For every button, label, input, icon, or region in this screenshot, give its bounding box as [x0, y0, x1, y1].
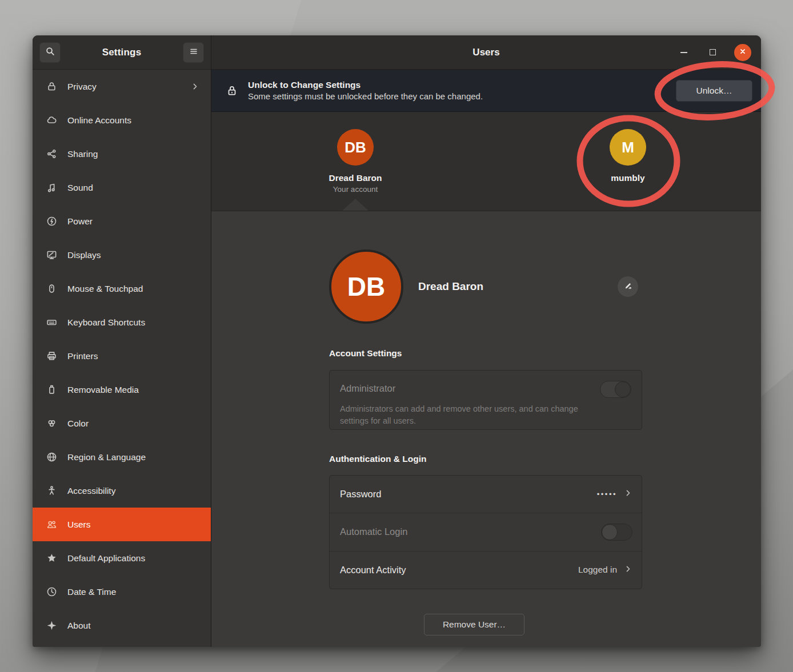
sidebar-item-privacy[interactable]: Privacy: [33, 70, 211, 103]
user-subtitle: Your account: [333, 185, 378, 194]
lock-icon: [46, 81, 58, 92]
sidebar-item-label: Privacy: [67, 82, 191, 92]
banner-title: Unlock to Change Settings: [248, 80, 483, 90]
profile-avatar[interactable]: DB: [329, 250, 403, 324]
star-icon: [46, 552, 58, 564]
sidebar-item-label: Sound: [67, 183, 199, 193]
menu-button[interactable]: [183, 42, 204, 63]
settings-window: Settings PrivacyOnline AccountsSharingSo…: [33, 35, 761, 647]
chevron-right-icon: [191, 82, 199, 91]
sidebar-item-label: Color: [67, 419, 199, 429]
users-icon: [46, 518, 58, 530]
rename-button[interactable]: [617, 276, 639, 297]
sidebar-item-label: Keyboard Shortcuts: [67, 317, 199, 328]
printer-icon: [46, 350, 58, 362]
maximize-button[interactable]: [706, 46, 719, 59]
sidebar-item-power[interactable]: Power: [33, 204, 211, 238]
sidebar-item-label: Date & Time: [67, 587, 199, 597]
auth-row-account-activity[interactable]: Account ActivityLogged in: [330, 551, 642, 589]
main-panel: Users: [211, 35, 761, 647]
sidebar-item-keyboard-shortcuts[interactable]: Keyboard Shortcuts: [33, 305, 211, 339]
globe-icon: [46, 451, 58, 463]
sidebar-item-mouse-touchpad[interactable]: Mouse & Touchpad: [33, 272, 211, 305]
automatic-login-toggle[interactable]: [601, 524, 632, 541]
administrator-row: Administrator: [340, 381, 631, 398]
keyboard-icon: [46, 316, 58, 328]
remove-user-button[interactable]: Remove User…: [424, 614, 524, 635]
sidebar-item-label: Users: [67, 520, 199, 530]
sidebar-title: Settings: [61, 47, 183, 58]
sidebar-item-label: Displays: [67, 250, 199, 260]
avatar: DB: [337, 129, 374, 166]
user-name: mumbly: [611, 173, 644, 183]
titlebar: Users: [211, 35, 761, 70]
selected-user-pointer: [342, 199, 369, 211]
administrator-label: Administrator: [340, 383, 395, 394]
search-button[interactable]: [39, 42, 61, 63]
row-value: Logged in: [578, 565, 617, 575]
display-icon: [46, 249, 58, 261]
sidebar-item-label: Removable Media: [67, 385, 199, 395]
close-icon: [739, 47, 747, 58]
mouse-icon: [46, 283, 58, 295]
carousel-user-mumbly[interactable]: M mumbly: [576, 129, 679, 183]
sidebar-item-sharing[interactable]: Sharing: [33, 137, 211, 171]
clock-icon: [46, 586, 58, 598]
banner-text: Unlock to Change Settings Some settings …: [248, 80, 483, 101]
unlock-banner: Unlock to Change Settings Some settings …: [211, 70, 761, 112]
banner-subtitle: Some settings must be unlocked before th…: [248, 91, 483, 101]
sidebar: Settings PrivacyOnline AccountsSharingSo…: [33, 35, 211, 647]
auth-row-automatic-login[interactable]: Automatic Login: [330, 513, 642, 550]
lock-icon: [226, 84, 238, 97]
sidebar-item-removable-media[interactable]: Removable Media: [33, 373, 211, 407]
user-carousel: DB Dread Baron Your account M mumbly: [211, 112, 761, 211]
administrator-description: Administrators can add and remove other …: [340, 403, 586, 427]
administrator-toggle[interactable]: [600, 381, 631, 398]
power-icon: [46, 215, 58, 227]
chevron-right-icon: [624, 565, 632, 576]
sidebar-item-about[interactable]: About: [33, 609, 211, 642]
profile-name: Dread Baron: [418, 280, 483, 293]
sidebar-item-users[interactable]: Users: [33, 508, 211, 541]
cloud-icon: [46, 114, 58, 126]
sidebar-item-region-language[interactable]: Region & Language: [33, 440, 211, 474]
carousel-user-dread-baron[interactable]: DB Dread Baron Your account: [304, 129, 407, 194]
sidebar-item-default-applications[interactable]: Default Applications: [33, 541, 211, 575]
maximize-icon: [710, 49, 716, 55]
sidebar-item-color[interactable]: Color: [33, 407, 211, 440]
pencil-icon: [623, 281, 633, 293]
share-icon: [46, 148, 58, 160]
minimize-icon: [680, 52, 687, 53]
chevron-right-icon: [624, 489, 632, 500]
row-label: Automatic Login: [340, 526, 407, 537]
hamburger-icon: [189, 47, 198, 58]
row-label: Account Activity: [340, 565, 406, 576]
sidebar-item-label: Mouse & Touchpad: [67, 284, 199, 294]
account-settings-heading: Account Settings: [329, 348, 642, 359]
toggle-knob: [615, 381, 631, 397]
row-value: •••••: [597, 490, 617, 498]
close-button[interactable]: [734, 44, 751, 61]
sidebar-item-online-accounts[interactable]: Online Accounts: [33, 103, 211, 137]
sidebar-list: PrivacyOnline AccountsSharingSoundPowerD…: [33, 70, 211, 647]
sidebar-item-label: Region & Language: [67, 452, 199, 462]
auth-row-password[interactable]: Password•••••: [330, 476, 642, 513]
sparkle-icon: [46, 619, 58, 631]
sidebar-item-label: Default Applications: [67, 553, 199, 564]
unlock-button[interactable]: Unlock…: [676, 80, 752, 102]
music-icon: [46, 182, 58, 194]
sidebar-item-label: Printers: [67, 351, 199, 361]
row-label: Password: [340, 489, 381, 500]
sidebar-item-sound[interactable]: Sound: [33, 171, 211, 204]
avatar: M: [610, 129, 646, 166]
desktop: Settings PrivacyOnline AccountsSharingSo…: [0, 0, 793, 672]
minimize-button[interactable]: [677, 46, 691, 59]
sidebar-item-label: Online Accounts: [67, 115, 199, 126]
sidebar-item-printers[interactable]: Printers: [33, 339, 211, 373]
search-icon: [45, 46, 55, 59]
sidebar-item-displays[interactable]: Displays: [33, 238, 211, 272]
sidebar-item-date-time[interactable]: Date & Time: [33, 575, 211, 609]
sidebar-item-accessibility[interactable]: Accessibility: [33, 474, 211, 508]
administrator-card: Administrator Administrators can add and…: [329, 370, 642, 430]
profile-row: DB Dread Baron: [329, 250, 642, 324]
